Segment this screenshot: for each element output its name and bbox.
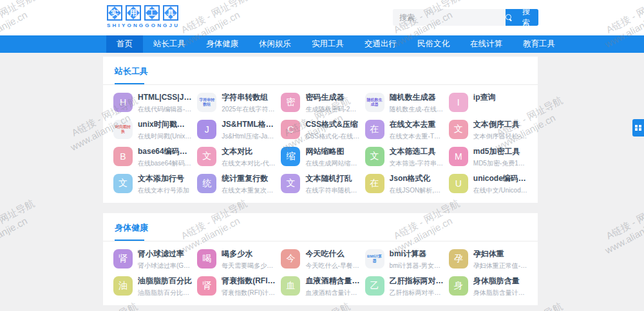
tool-description: 在线文本行号添加 [138,186,192,194]
tool-card[interactable]: Mmd5加密工具MD5加密-免费16位32位... [449,146,527,167]
tool-card[interactable]: 今今天吃什么今天吃什么-早餐、中餐... [281,249,359,269]
logo-char-4: 具 [164,6,177,19]
tool-card[interactable]: 肾肾衰指数(RFI)计算肾衰指数(RFI)计算公式 [197,276,276,296]
tool-card[interactable]: 在在线文本去重在线文本去重-TXT关键... [365,119,444,140]
tool-card[interactable]: 孕孕妇体重孕妇体重正常值-孕妇体... [449,249,527,269]
main-content: 站长工具HHTML|CSS|JS在线...在线代码编辑器-HTML/...字符串… [0,53,644,311]
tool-card[interactable]: Bbase64编码解码在线base64解码编码 [113,146,192,167]
tool-card[interactable]: 文文本对比在线文本对比-代码比较 [197,146,276,167]
tool-icon: 油 [113,276,133,296]
nav-item-3[interactable]: 休闲娱乐 [249,35,301,53]
section-title: 身体健康 [115,223,148,232]
tool-icon: U [449,174,468,193]
tool-card[interactable]: 文文本筛选工具文本筛选-字符串正则提... [365,146,444,167]
tool-card[interactable]: 在Json格式化在线JSON解析,JSON格... [365,173,444,194]
tool-icon: 肾 [197,276,216,296]
search-input[interactable] [393,9,506,26]
tool-description: 在线字符串随机打乱-按... [305,186,359,194]
section-header: 身体健康 [103,213,538,241]
logo-char-3: 工 [146,6,158,19]
tool-card[interactable]: 随机数生成器随机数生成器随机数生成-在线随机数... [365,92,444,113]
tool-title: 肾小球滤过率 [138,249,192,259]
tool-icon: M [449,147,468,166]
tool-card[interactable]: Iip查询 [449,92,527,113]
tool-description: 身体脂肪含量计算器 [473,288,527,296]
tool-card[interactable]: 时间戳转换unix时间戳转换在线时间戳(Unix timest... [113,119,192,140]
nav-menu: 首页站长工具身体健康休闲娱乐实用工具交通出行民俗文化在线计算教育工具 [0,35,644,53]
tool-card[interactable]: HHTML|CSS|JS在线...在线代码编辑器-HTML/... [113,92,192,113]
tool-icon: BMI计算器 [365,249,384,269]
tool-icon: 密 [281,93,300,112]
tool-card[interactable]: 身身体脂肪含量身体脂肪含量计算器 [449,276,527,296]
tool-icon: 喝 [197,249,216,269]
tool-card[interactable]: 油油脂脂肪百分比油脂脂肪百分比查询计... [113,276,192,296]
tool-title: 今天吃什么 [305,249,359,259]
tool-card[interactable]: 文文本添加行号在线文本行号添加 [113,173,192,194]
tool-card[interactable]: 缩网站缩略图在线生成网站缩略图 [281,146,359,167]
nav-item-6[interactable]: 民俗文化 [407,35,460,53]
side-toolbar-button[interactable] [632,119,644,137]
tool-description: 每天需要喝多少水-人一... [222,261,276,269]
tool-card[interactable]: 文文本倒序工具文本倒序器轻松-在线文... [449,119,527,140]
tool-card[interactable]: 密密码生成器生成随机密码-2025密码... [281,92,359,113]
tool-card[interactable]: 字符串转数组字符串转数组2025年在线字符串转数... [197,92,276,113]
tool-title: 身体脂肪含量 [473,276,527,287]
tool-title: CSS格式&压缩 [305,119,359,130]
tool-card[interactable]: CCSS格式&压缩CSS格式化-在线CSS格... [281,119,359,140]
tool-title: md5加密工具 [473,146,527,157]
tool-card[interactable]: BMI计算器bmi计算器bmi计算器-男女bmi计算... [365,249,444,269]
tool-icon: 血 [281,276,300,296]
section-card-1: 身体健康肾肾小球滤过率肾小球滤过率(GFR)计...喝喝多少水每天需要喝多少水-… [103,213,538,305]
tool-icon: 文 [365,147,384,166]
logo-subtitle: SHIYONGGONGJU [107,23,180,28]
tool-title: 乙肝指标两对半对照... [390,276,444,287]
nav-item-4[interactable]: 实用工具 [301,35,354,53]
nav-item-1[interactable]: 站长工具 [143,35,196,53]
tool-title: 文本随机打乱 [305,173,359,184]
tool-description: 在线base64解码编码 [138,159,192,167]
tool-description [473,105,527,113]
logo-char-2: 用 [127,6,140,19]
tool-icon: 文 [281,174,300,193]
tool-title: base64编码解码 [138,146,192,157]
site-logo[interactable]: 实 用 工 具 SHIYONGGONGJU [107,5,180,28]
tool-card[interactable]: 血血液酒精含量计算血液酒精含量计算_什么... [281,276,359,296]
tool-title: JS&HTML格式化 [222,119,276,130]
search-button-label: 搜 索 [516,6,538,28]
tool-grid: 肾肾小球滤过率肾小球滤过率(GFR)计...喝喝多少水每天需要喝多少水-人一..… [103,241,538,305]
tool-title: Json格式化 [390,173,444,184]
tool-description: 肾小球滤过率(GFR)计... [138,261,192,269]
tool-icon: 在 [365,120,384,139]
tool-description: 孕妇体重正常值-孕妇体... [473,261,527,269]
tool-title: HTML|CSS|JS在线... [138,92,192,103]
tool-icon: I [449,93,468,112]
tool-description: 文本筛选-字符串正则提... [390,159,444,167]
nav-item-8[interactable]: 教育工具 [513,35,565,53]
tool-card[interactable]: 统统计重复行数在线文本重复次数统计... [197,173,276,194]
tool-icon: 在 [365,174,384,193]
tool-icon: 字符串转数组 [197,93,216,112]
tool-card[interactable]: 文文本随机打乱在线字符串随机打乱-按... [281,173,359,194]
tool-title: ip查询 [473,92,527,103]
tool-card[interactable]: 肾肾小球滤过率肾小球滤过率(GFR)计... [113,249,192,269]
tool-title: 网站缩略图 [305,146,359,157]
tool-card[interactable]: Uunicode编码转换在线中文/Unicode编码... [449,173,527,194]
tool-description: 油脂脂肪百分比查询计... [138,288,192,296]
tool-title: 文本添加行号 [138,173,192,184]
nav-item-5[interactable]: 交通出行 [354,35,407,53]
nav-item-0[interactable]: 首页 [106,35,143,53]
search-icon [506,14,513,21]
search-button[interactable]: 搜 索 [506,9,538,26]
nav-item-7[interactable]: 在线计算 [460,35,513,53]
nav-item-2[interactable]: 身体健康 [196,35,249,53]
tool-icon: H [113,93,133,112]
tool-card[interactable]: 喝喝多少水每天需要喝多少水-人一... [197,249,276,269]
tool-title: 孕妇体重 [473,249,527,259]
tool-card[interactable]: 乙乙肝指标两对半对照...乙肝指标两对半对照计算 [365,276,444,296]
tool-title: unicode编码转换 [473,173,527,184]
tool-description: 血液酒精含量计算_什么... [305,288,359,296]
tool-card[interactable]: JJS&HTML格式化Js&Html压缩-JavaScript/... [197,119,276,140]
header: 实 用 工 具 SHIYONGGONGJU 搜 索 [0,0,644,35]
tool-title: 喝多少水 [222,249,276,259]
tool-icon: 文 [449,120,468,139]
